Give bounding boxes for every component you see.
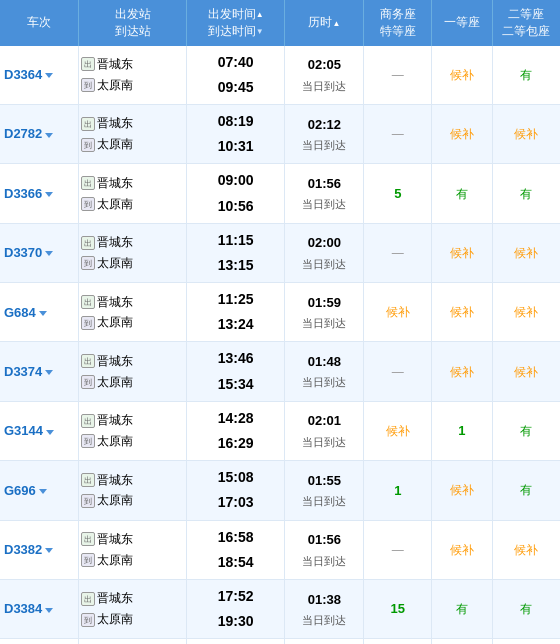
col-header-biz: 商务座特等座 xyxy=(364,0,432,46)
second-seat: 有 xyxy=(492,461,560,520)
depart-time: 14:28 xyxy=(189,406,283,431)
table-row: D3370 出 晋城东 到 太原南 11:1513:1502:00当日到达—候补… xyxy=(0,223,560,282)
depart-icon: 出 xyxy=(81,414,95,428)
arrive-station-row: 到 太原南 xyxy=(81,550,183,571)
arrive-station-row: 到 太原南 xyxy=(81,253,183,274)
second-seat: 候补 xyxy=(492,520,560,579)
table-row: D2782 出 晋城东 到 太原南 08:1910:3102:12当日到达—候补… xyxy=(0,104,560,163)
arrive-time: 10:31 xyxy=(189,134,283,159)
depart-time: 11:15 xyxy=(189,228,283,253)
train-number[interactable]: D2782 xyxy=(4,126,42,141)
expand-arrow[interactable] xyxy=(45,73,53,78)
depart-time: 17:52 xyxy=(189,584,283,609)
duration-main: 01:48 xyxy=(287,350,361,373)
arrive-station-name: 太原南 xyxy=(97,550,133,571)
duration-main: 01:55 xyxy=(287,469,361,492)
arrive-station-row: 到 太原南 xyxy=(81,431,183,452)
train-number[interactable]: G696 xyxy=(4,483,36,498)
expand-arrow[interactable] xyxy=(45,608,53,613)
depart-station-name: 晋城东 xyxy=(97,232,133,253)
biz-seat: 候补 xyxy=(364,283,432,342)
depart-station-name: 晋城东 xyxy=(97,113,133,134)
col-header-first: 一等座 xyxy=(432,0,492,46)
arrive-station-name: 太原南 xyxy=(97,134,133,155)
duration-main: 01:56 xyxy=(287,528,361,551)
depart-icon: 出 xyxy=(81,236,95,250)
biz-seat: 15 xyxy=(364,579,432,638)
expand-arrow[interactable] xyxy=(45,133,53,138)
depart-station-row: 出 晋城东 xyxy=(81,54,183,75)
depart-time: 15:08 xyxy=(189,465,283,490)
arrive-station-row: 到 太原南 xyxy=(81,194,183,215)
arrive-station-name: 太原南 xyxy=(97,431,133,452)
col-header-duration[interactable]: 历时▲ xyxy=(285,0,364,46)
arrive-station-row: 到 太原南 xyxy=(81,134,183,155)
arrive-station-name: 太原南 xyxy=(97,194,133,215)
duration-sub: 当日到达 xyxy=(287,136,361,156)
duration-main: 01:56 xyxy=(287,172,361,195)
train-number[interactable]: D3364 xyxy=(4,67,42,82)
arrive-time: 10:56 xyxy=(189,194,283,219)
second-seat: 候补 xyxy=(492,223,560,282)
expand-arrow[interactable] xyxy=(45,251,53,256)
train-table-container: 车次 出发站到达站 出发时间▲到达时间▼ 历时▲ 商务座特等座 一等座 二等座二… xyxy=(0,0,560,644)
duration-sub: 当日到达 xyxy=(287,255,361,275)
depart-icon: 出 xyxy=(81,532,95,546)
first-seat: 候补 xyxy=(432,461,492,520)
depart-station-name: 晋城东 xyxy=(97,470,133,491)
expand-arrow[interactable] xyxy=(45,548,53,553)
first-seat: 候补 xyxy=(432,342,492,401)
train-number[interactable]: D3384 xyxy=(4,601,42,616)
expand-arrow[interactable] xyxy=(39,311,47,316)
arrive-station-row: 到 太原南 xyxy=(81,75,183,96)
table-row: G684 出 晋城东 到 太原南 11:2513:2401:59当日到达候补候补… xyxy=(0,283,560,342)
first-seat: 候补 xyxy=(432,520,492,579)
train-number[interactable]: G3144 xyxy=(4,423,43,438)
biz-seat: 候补 xyxy=(364,401,432,460)
depart-icon: 出 xyxy=(81,354,95,368)
depart-station-row: 出 晋城东 xyxy=(81,410,183,431)
expand-arrow[interactable] xyxy=(46,430,54,435)
col-header-time[interactable]: 出发时间▲到达时间▼ xyxy=(186,0,285,46)
depart-icon: 出 xyxy=(81,117,95,131)
table-row: G3144 出 晋城东 到 太原南 14:2816:2902:01当日到达候补1… xyxy=(0,401,560,460)
depart-station-row: 出 晋城东 xyxy=(81,529,183,550)
depart-station-name: 晋城东 xyxy=(97,292,133,313)
duration-sub: 当日到达 xyxy=(287,314,361,334)
depart-time: 08:19 xyxy=(189,109,283,134)
biz-seat: — xyxy=(364,104,432,163)
arrive-time: 19:30 xyxy=(189,609,283,634)
biz-seat: 5 xyxy=(364,164,432,223)
expand-arrow[interactable] xyxy=(39,489,47,494)
arrive-station-name: 太原南 xyxy=(97,312,133,333)
duration-main: 01:59 xyxy=(287,291,361,314)
train-number[interactable]: D3366 xyxy=(4,186,42,201)
depart-time: 07:40 xyxy=(189,50,283,75)
duration-main: 02:00 xyxy=(287,231,361,254)
arrive-station-name: 太原南 xyxy=(97,372,133,393)
expand-arrow[interactable] xyxy=(45,192,53,197)
train-number[interactable]: D3374 xyxy=(4,364,42,379)
first-seat: 1 xyxy=(432,401,492,460)
train-number[interactable]: G684 xyxy=(4,305,36,320)
arrive-icon: 到 xyxy=(81,613,95,627)
depart-time: 16:58 xyxy=(189,525,283,550)
arrive-station-row: 到 太原南 xyxy=(81,312,183,333)
col-header-second: 二等座二等包座 xyxy=(492,0,560,46)
second-seat: 有 xyxy=(492,164,560,223)
train-number[interactable]: D3382 xyxy=(4,542,42,557)
table-row: D3364 出 晋城东 到 太原南 07:4009:4502:05当日到达—候补… xyxy=(0,46,560,105)
arrive-icon: 到 xyxy=(81,494,95,508)
train-number[interactable]: D3370 xyxy=(4,245,42,260)
depart-station-name: 晋城东 xyxy=(97,173,133,194)
arrive-icon: 到 xyxy=(81,553,95,567)
biz-seat: — xyxy=(364,342,432,401)
expand-arrow[interactable] xyxy=(45,370,53,375)
arrive-icon: 到 xyxy=(81,78,95,92)
arrive-station-row: 到 太原南 xyxy=(81,490,183,511)
col-header-station: 出发站到达站 xyxy=(79,0,186,46)
arrive-time: 16:29 xyxy=(189,431,283,456)
depart-station-name: 晋城东 xyxy=(97,529,133,550)
depart-time: 13:46 xyxy=(189,346,283,371)
train-schedule-table: 车次 出发站到达站 出发时间▲到达时间▼ 历时▲ 商务座特等座 一等座 二等座二… xyxy=(0,0,560,644)
